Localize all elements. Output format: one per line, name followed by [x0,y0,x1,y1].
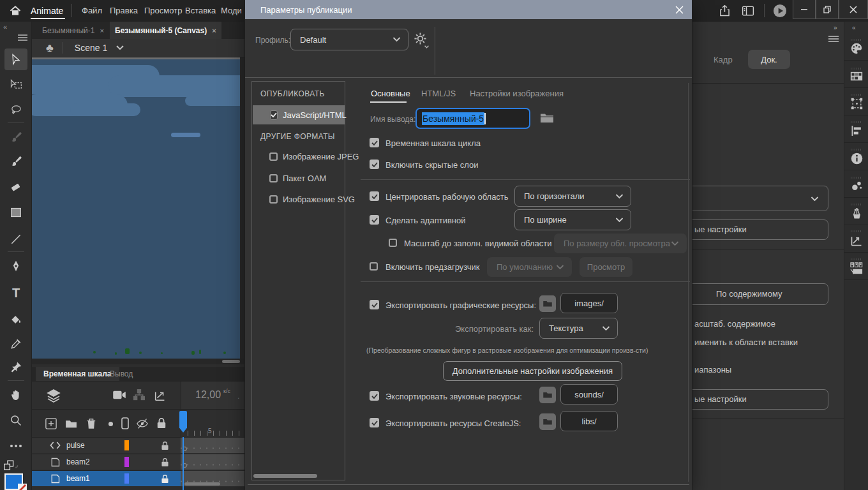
sounds-folder-button[interactable] [539,387,556,403]
more-tools-icon[interactable] [8,438,24,454]
layer-color-swatch[interactable] [124,440,129,450]
graphics-path-input[interactable]: images/ [560,293,618,313]
tab-output[interactable]: Вывод [102,367,140,381]
dock-align-panel-button[interactable] [844,115,868,143]
checkbox-checked[interactable] [270,110,278,120]
test-movie-play-button[interactable] [773,4,787,18]
apply-to-paste-label[interactable]: именить к области вставки [694,338,798,347]
layer-name[interactable]: pulse [66,441,85,450]
profile-options-gear-icon[interactable] [414,32,427,45]
stage-canvas[interactable] [32,57,245,359]
responsive-dropdown[interactable]: По ширине [514,209,631,230]
layer-parenting-icon[interactable] [133,389,146,401]
window-close-button[interactable] [839,0,868,19]
layer-name[interactable]: beam1 [66,474,90,483]
window-minimize-button[interactable] [793,0,816,19]
dock-frame-picker-panel-button[interactable] [844,253,868,280]
scene-chevron-down-icon[interactable] [116,45,124,50]
createjs-folder-button[interactable] [539,413,556,430]
stage-vertical-scrollbar[interactable] [240,57,245,359]
hide-layers-eye-slash-icon[interactable] [136,418,149,429]
dock-asset-warp-panel-button[interactable] [844,198,868,225]
format-javascript-html-selected[interactable]: JavaScript/HTML [253,105,345,124]
tools-menu-icon[interactable] [18,34,27,41]
layer-color-swatch[interactable] [124,473,129,484]
dialog-scroll-track[interactable] [688,83,689,482]
layer-name[interactable]: beam2 [66,457,90,466]
layer-row-beam1-selected[interactable]: beam1 [32,470,181,486]
layer-lock-icon[interactable] [161,457,169,467]
menu-file[interactable]: Файл [82,6,102,15]
dock-info-panel-button[interactable] [844,143,868,170]
center-stage-checkbox-checked[interactable] [370,191,379,201]
export-sounds-checkbox-checked[interactable] [370,391,379,401]
text-tool[interactable]: T [8,285,24,301]
pen-tool[interactable] [8,258,24,274]
home-icon[interactable] [9,4,22,17]
doc-tab-untitled5-active[interactable]: Безымянный-5 (Canvas)× [110,22,221,39]
format-jpeg-row[interactable]: Изображение JPEG [269,152,359,161]
close-tab-icon[interactable]: × [100,27,103,34]
include-hidden-layers-checkbox-checked[interactable] [370,160,379,169]
dock-color-panel-button[interactable] [844,33,868,61]
dock-swatches-panel-button[interactable] [844,61,868,88]
menu-edit[interactable]: Правка [110,6,138,15]
fps-value[interactable]: 12,00 [195,389,221,401]
format-oam-row[interactable]: Пакет OAM [269,174,326,183]
lasso-tool[interactable] [8,102,24,119]
list-scrollbar-thumb[interactable] [253,474,317,478]
dock-bubbles-panel-button[interactable] [844,170,868,198]
lock-layers-icon[interactable] [156,417,167,429]
scrollbar-thumb[interactable] [222,360,240,363]
layer-color-swatch[interactable] [124,457,129,467]
scale-content-label[interactable]: асштаб. содержимое [694,319,775,329]
make-responsive-checkbox-checked[interactable] [370,215,379,225]
new-layer-icon[interactable] [45,418,57,429]
export-createjs-checkbox-checked[interactable] [370,418,379,427]
tab-htmljs[interactable]: HTML/JS [421,89,456,98]
onion-skin-dot-icon[interactable] [108,422,113,426]
frame-marker-icon[interactable] [121,417,129,429]
frames-beam2[interactable] [181,454,245,470]
fluid-brush-tool[interactable] [8,129,24,145]
paint-bucket-tool[interactable] [8,311,24,328]
line-tool[interactable] [8,231,24,248]
profile-dropdown[interactable]: Default [290,29,408,50]
swap-colors-icon[interactable] [3,459,20,472]
rectangle-tool[interactable] [8,204,24,221]
delete-layer-trash-icon[interactable] [86,418,96,429]
dialog-close-icon[interactable] [674,4,684,15]
camera-icon[interactable] [112,390,126,400]
eyedropper-tool[interactable] [8,336,24,352]
eraser-tool[interactable] [8,179,24,195]
checkbox-unchecked[interactable] [269,195,278,204]
stage-horizontal-scrollbar[interactable] [32,359,245,364]
doc-tab-untitled1[interactable]: Безымянный-1× [37,22,109,39]
collapse-tools-icon[interactable]: « [3,23,7,31]
format-svg-row[interactable]: Изображение SVG [269,195,355,204]
output-name-input[interactable]: Безымянный-5 [415,108,530,129]
createjs-path-input[interactable]: libs/ [560,411,618,431]
center-stage-dropdown[interactable]: По горизонтали [514,186,631,207]
tab-image-settings[interactable]: Настройки изображения [470,89,564,98]
output-folder-icon[interactable] [540,112,554,123]
share-icon[interactable] [718,4,731,18]
collapse-dock-icon[interactable]: ‹‹ [852,24,855,31]
tab-basic-active[interactable]: Основные [371,89,410,98]
menu-insert[interactable]: Вставка [185,6,216,15]
layer-lock-icon[interactable] [161,441,169,450]
timeline-ruler[interactable]: 5 [181,409,245,437]
scene-name[interactable]: Scene 1 [75,43,107,53]
frames-pulse[interactable] [181,437,245,453]
frames-scrollbar-thumb[interactable] [184,482,220,486]
fps-menu-dot[interactable]: . [237,392,239,401]
panel-layout-icon[interactable] [742,5,754,17]
graphics-folder-button[interactable] [539,295,556,312]
dock-transform-panel-button[interactable] [844,88,868,115]
layer-row-beam2[interactable]: beam2 [32,454,181,470]
zoom-tool[interactable] [8,412,24,429]
layer-lock-icon[interactable] [161,474,169,484]
subselection-tool[interactable] [8,77,24,93]
include-preloader-checkbox-unchecked[interactable] [370,262,378,271]
window-restore-button[interactable] [816,0,839,19]
